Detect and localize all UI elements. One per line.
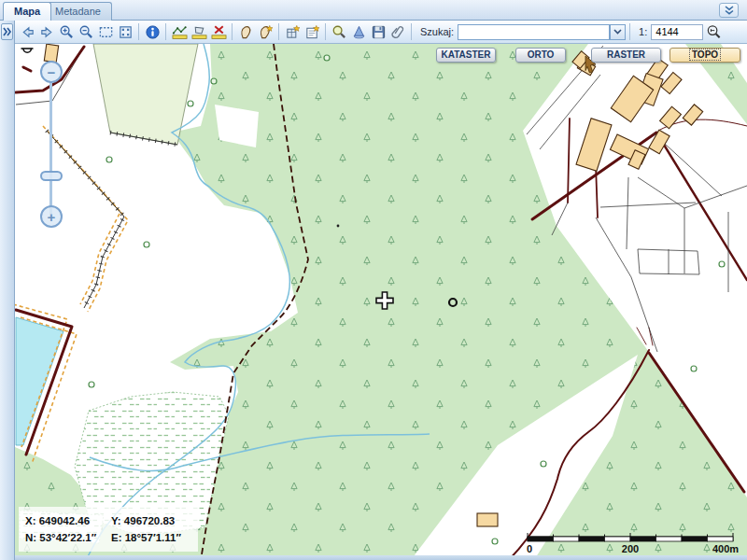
toolbar-separator xyxy=(278,23,279,40)
select-feature-button[interactable] xyxy=(236,22,255,42)
search-tool-icon xyxy=(331,24,347,40)
measure-clear-button[interactable] xyxy=(209,22,228,42)
info-icon xyxy=(145,24,161,40)
zoom-slider-handle[interactable] xyxy=(40,171,63,181)
measure-area-button[interactable] xyxy=(190,22,208,42)
back-arrow-icon xyxy=(20,24,35,40)
double-chevron-down-icon xyxy=(724,5,735,16)
scalebar-label-0: 0 xyxy=(527,543,532,554)
point-symbol xyxy=(337,225,340,228)
main-toolbar: Szukaj: 1: xyxy=(15,21,747,44)
zoom-slider-minus-button[interactable]: − xyxy=(40,61,63,83)
coordinates-latlon-row: N: 53°42′22.1″E: 18°57′1.11″ xyxy=(25,529,191,546)
toolbar-separator xyxy=(411,23,412,40)
zoom-out-button[interactable] xyxy=(77,22,95,42)
search-label: Szukaj: xyxy=(420,26,454,37)
add-object-button[interactable] xyxy=(283,22,302,42)
attachment-icon xyxy=(390,24,406,40)
measure-line-button[interactable] xyxy=(170,22,189,42)
view-3d-icon xyxy=(351,24,367,40)
coordinate-x: X: 649042.46 xyxy=(25,512,111,529)
select-feature-add-icon xyxy=(258,24,274,40)
view-3d-button[interactable] xyxy=(349,22,368,42)
layer-button-kataster[interactable]: KATASTER xyxy=(436,48,496,63)
search-tool-button[interactable] xyxy=(330,22,348,42)
collapsed-side-panel xyxy=(0,21,15,560)
layer-button-topo-label: TOPO xyxy=(690,49,720,60)
save-icon xyxy=(371,24,387,40)
add-object-icon xyxy=(285,24,301,40)
zoom-slider-plus-button[interactable]: + xyxy=(40,205,63,228)
forward-arrow-button[interactable] xyxy=(37,22,56,42)
coordinates-readout: X: 649042.46Y: 496720.83 N: 53°42′22.1″E… xyxy=(19,507,198,552)
tab-bar: Mapa Metadane xyxy=(0,0,747,21)
dropdown-arrow-icon xyxy=(613,29,622,35)
geoportal-window: Mapa Metadane xyxy=(0,0,747,560)
attachment-button[interactable] xyxy=(388,22,407,42)
scale-input[interactable] xyxy=(651,24,703,40)
layer-button-orto[interactable]: ORTO xyxy=(515,48,566,63)
zoom-slider-track[interactable] xyxy=(49,81,52,218)
zoom-in-button[interactable] xyxy=(57,22,76,42)
zoom-in-icon xyxy=(59,24,75,40)
expand-panel-button[interactable] xyxy=(1,23,13,40)
measure-area-icon xyxy=(191,24,207,40)
map-canvas[interactable]: 200 0 200 400m xyxy=(15,44,747,560)
full-extent-button[interactable] xyxy=(116,22,134,42)
zoom-box-icon xyxy=(98,24,114,40)
select-feature-add-button[interactable] xyxy=(256,22,275,42)
measure-line-icon xyxy=(172,24,188,40)
tab-metadane[interactable]: Metadane xyxy=(44,2,112,21)
map-viewport[interactable]: 200 0 200 400m KATASTER ORTO RASTER TOPO… xyxy=(15,44,747,560)
layer-button-raster[interactable]: RASTER xyxy=(591,48,661,63)
scalebar-label-400: 400m xyxy=(712,543,739,554)
toolbar-separator xyxy=(165,23,166,40)
apply-scale-icon xyxy=(706,24,722,40)
identify-button[interactable] xyxy=(143,22,162,42)
save-button[interactable] xyxy=(369,22,388,42)
back-arrow-button[interactable] xyxy=(18,22,36,42)
measure-clear-icon xyxy=(211,24,227,40)
toolbar-separator xyxy=(232,23,233,40)
object-form-icon xyxy=(304,24,320,40)
toolbar-separator xyxy=(325,23,326,40)
double-chevron-right-icon xyxy=(2,26,12,37)
full-extent-icon xyxy=(118,24,134,40)
scalebar-label-200: 200 xyxy=(622,543,639,554)
collapse-toolbar-button[interactable] xyxy=(719,3,739,18)
apply-scale-button[interactable] xyxy=(704,22,723,42)
coordinate-lat: N: 53°42′22.1″ xyxy=(25,529,111,546)
building-south xyxy=(477,513,498,526)
coordinate-y: Y: 496720.83 xyxy=(111,515,175,526)
scale-prefix-label: 1: xyxy=(639,26,647,37)
layer-button-topo[interactable]: TOPO xyxy=(669,48,740,63)
forward-arrow-icon xyxy=(39,24,55,40)
object-form-button[interactable] xyxy=(303,22,321,42)
search-dropdown-button[interactable] xyxy=(610,24,626,40)
coordinates-xy-row: X: 649042.46Y: 496720.83 xyxy=(25,512,191,529)
toolbar-separator xyxy=(629,23,630,40)
tab-mapa[interactable]: Mapa xyxy=(3,2,51,21)
zoom-out-icon xyxy=(78,24,94,40)
zoom-box-button[interactable] xyxy=(96,22,115,42)
window-bottom-edge xyxy=(15,555,747,560)
select-feature-icon xyxy=(238,24,254,40)
toolbar-separator xyxy=(138,23,139,40)
coordinate-lon: E: 18°57′1.11″ xyxy=(111,532,181,543)
search-input[interactable] xyxy=(458,24,610,40)
